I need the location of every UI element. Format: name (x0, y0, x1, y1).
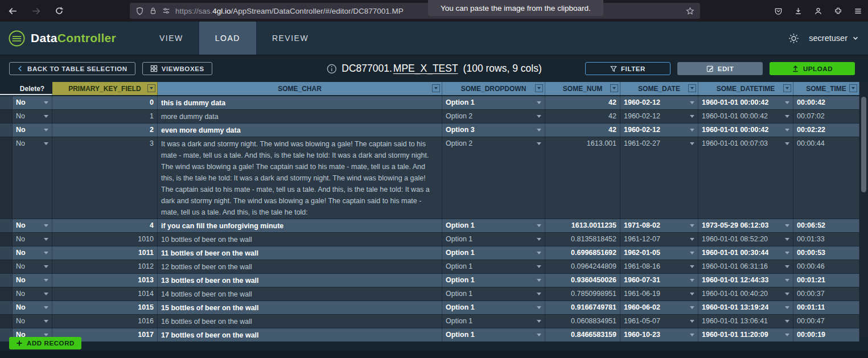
dropdown-select-cell[interactable]: Option 1 (442, 315, 545, 328)
delete-select-cell[interactable]: No (13, 315, 52, 328)
some-time-cell[interactable]: 00:00:53 (793, 246, 859, 260)
column-filter-button[interactable] (535, 84, 543, 92)
menu-icon[interactable] (854, 7, 862, 15)
delete-select-cell[interactable]: No (13, 287, 52, 301)
add-record-button[interactable]: ADD RECORD (9, 337, 81, 349)
dropdown-select-cell[interactable]: Option 1 (442, 96, 545, 109)
tab-view[interactable]: VIEW (143, 22, 199, 55)
table-name-link[interactable]: MPE_X_TEST (393, 63, 458, 75)
forward-icon[interactable] (31, 6, 41, 16)
dropdown-select-cell[interactable]: Option 1 (442, 301, 545, 314)
dropdown-select-cell[interactable]: Option 3 (442, 124, 545, 137)
some-time-cell[interactable]: 00:06:52 (793, 219, 859, 232)
date-select-cell[interactable]: 1961-02-27 (620, 137, 698, 219)
some-time-cell[interactable]: 00:01:33 (793, 233, 859, 246)
some-char-cell[interactable]: 17 bottles of beer on the wall (158, 328, 442, 341)
primary-key-cell[interactable]: 1013 (52, 274, 158, 287)
some-num-cell[interactable]: 42 (545, 110, 620, 123)
some-char-cell[interactable]: even more dummy data (158, 124, 442, 137)
date-select-cell[interactable]: 1961-08-16 (620, 260, 698, 273)
some-char-cell[interactable]: 16 bottles of beer on the wall (158, 315, 442, 328)
extensions-icon[interactable] (834, 7, 842, 15)
datetime-select-cell[interactable]: 1960-01-01 13:06:41 (698, 315, 793, 328)
column-filter-button[interactable] (432, 84, 440, 92)
delete-select-cell[interactable]: No (13, 233, 52, 246)
some-time-cell[interactable]: 00:01:21 (793, 274, 859, 287)
permissions-icon[interactable] (162, 7, 170, 15)
vertical-scrollbar[interactable] (859, 82, 868, 336)
column-filter-button[interactable] (610, 84, 618, 92)
datetime-select-cell[interactable]: 1960-01-01 00:07:03 (698, 137, 793, 219)
date-select-cell[interactable]: 1960-10-23 (620, 328, 698, 341)
datetime-select-cell[interactable]: 1960-01-01 00:00:42 (698, 124, 793, 137)
delete-select-cell[interactable]: No (13, 274, 52, 287)
datetime-select-cell[interactable]: 1960-01-01 11:20:09 (698, 328, 793, 341)
date-select-cell[interactable]: 1960-02-12 (620, 124, 698, 137)
delete-select-cell[interactable]: No (13, 124, 52, 137)
some-num-cell[interactable]: 0.7850998951 (545, 287, 620, 301)
datetime-select-cell[interactable]: 1960-01-01 13:19:24 (698, 301, 793, 314)
primary-key-cell[interactable]: 1015 (52, 301, 158, 314)
some-time-cell[interactable]: 00:07:02 (793, 110, 859, 123)
primary-key-cell[interactable]: 1014 (52, 287, 158, 301)
some-num-cell[interactable]: 0.9360450026 (545, 274, 620, 287)
user-menu[interactable]: secretuser (809, 34, 859, 43)
delete-select-cell[interactable]: No (13, 301, 52, 314)
some-num-cell[interactable]: 0.6996851692 (545, 246, 620, 260)
datetime-select-cell[interactable]: 1960-01-01 12:44:33 (698, 274, 793, 287)
some-num-cell[interactable]: 0.9166749781 (545, 301, 620, 314)
date-select-cell[interactable]: 1961-12-07 (620, 233, 698, 246)
reload-icon[interactable] (55, 6, 64, 15)
some-char-cell[interactable]: 10 bottles of beer on the wall (158, 233, 442, 246)
some-char-cell[interactable]: more dummy data (158, 110, 442, 123)
datetime-select-cell[interactable]: 1960-01-01 00:00:42 (698, 110, 793, 123)
some-num-cell[interactable]: 0.0608834951 (545, 315, 620, 328)
primary-key-cell[interactable]: 2 (52, 124, 158, 137)
date-select-cell[interactable]: 1961-05-07 (620, 315, 698, 328)
delete-select-cell[interactable]: No (13, 137, 52, 219)
delete-select-cell[interactable]: No (13, 96, 52, 109)
datetime-select-cell[interactable]: 1960-01-01 00:30:44 (698, 246, 793, 260)
column-header-some-time[interactable]: SOME_TIME (793, 82, 859, 95)
delete-select-cell[interactable]: No (13, 110, 52, 123)
some-num-cell[interactable]: 1613.0011235 (545, 219, 620, 232)
primary-key-cell[interactable]: 1012 (52, 260, 158, 273)
some-char-cell[interactable]: 12 bottles of beer on the wall (158, 260, 442, 273)
dropdown-select-cell[interactable]: Option 1 (442, 287, 545, 301)
date-select-cell[interactable]: 1960-02-12 (620, 110, 698, 123)
date-select-cell[interactable]: 1960-07-31 (620, 274, 698, 287)
pocket-icon[interactable] (774, 7, 783, 15)
some-time-cell[interactable]: 00:01:11 (793, 301, 859, 314)
account-icon[interactable] (814, 7, 822, 15)
some-time-cell[interactable]: 00:02:22 (793, 124, 859, 137)
some-num-cell[interactable]: 0.0964244809 (545, 260, 620, 273)
some-time-cell[interactable]: 00:00:37 (793, 287, 859, 301)
delete-select-cell[interactable]: No (13, 260, 52, 273)
some-num-cell[interactable]: 42 (545, 124, 620, 137)
downloads-icon[interactable] (794, 7, 803, 15)
filter-button[interactable]: FILTER (585, 62, 670, 75)
tab-load[interactable]: LOAD (199, 22, 256, 55)
dropdown-select-cell[interactable]: Option 1 (442, 260, 545, 273)
delete-select-cell[interactable]: No (13, 219, 52, 232)
primary-key-cell[interactable]: 3 (52, 137, 158, 219)
upload-button[interactable]: UPLOAD (770, 62, 855, 75)
datetime-select-cell[interactable]: 1960-01-01 08:52:20 (698, 233, 793, 246)
column-header-some-datetime[interactable]: SOME_DATETIME (698, 82, 793, 95)
some-num-cell[interactable]: 42 (545, 96, 620, 109)
column-header-some-num[interactable]: SOME_NUM (545, 82, 620, 95)
lock-icon[interactable] (149, 7, 157, 15)
date-select-cell[interactable]: 1971-08-02 (620, 219, 698, 232)
datetime-select-cell[interactable]: 1960-01-01 00:40:20 (698, 287, 793, 301)
bookmark-star-icon[interactable] (686, 7, 694, 15)
column-header-delete[interactable]: Delete? (13, 82, 52, 95)
datetime-select-cell[interactable]: 1960-01-01 00:00:42 (698, 96, 793, 109)
column-header-some-char[interactable]: SOME_CHAR (158, 82, 442, 95)
viewboxes-button[interactable]: VIEWBOXES (142, 62, 212, 75)
date-select-cell[interactable]: 1961-06-19 (620, 287, 698, 301)
back-icon[interactable] (8, 6, 18, 16)
some-num-cell[interactable]: 1613.001 (545, 137, 620, 219)
datetime-select-cell[interactable]: 1973-05-29 06:12:03 (698, 219, 793, 232)
tracking-shield-icon[interactable] (135, 7, 144, 15)
some-time-cell[interactable]: 00:00:44 (793, 137, 859, 219)
